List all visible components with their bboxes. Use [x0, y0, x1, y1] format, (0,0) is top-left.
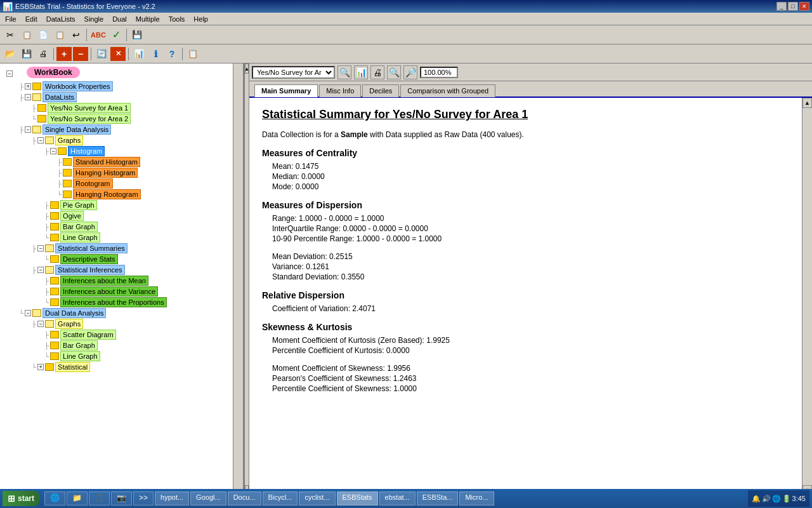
workbook-props-label[interactable]: Workbook Properties [43, 81, 113, 91]
check-button[interactable]: ✓ [108, 28, 124, 42]
save-button[interactable]: 💾 [129, 28, 145, 42]
stat-inf-expand[interactable]: − [37, 267, 44, 273]
std-histogram-label[interactable]: Standard Histogram [73, 157, 140, 167]
descriptive-stats-label[interactable]: Descriptive Stats [60, 254, 118, 264]
tab-deciles[interactable]: Deciles [362, 84, 399, 97]
dual-graphs-expand[interactable]: − [37, 321, 44, 327]
ogive-label[interactable]: Ogive [60, 211, 84, 221]
taskbar-media2[interactable]: 📷 [111, 491, 132, 505]
content-scroll-up[interactable]: ▲ [802, 98, 812, 108]
copy-button[interactable]: 📋 [19, 28, 34, 42]
zoom-in-button[interactable]: 🔍 [387, 65, 401, 79]
save2-button[interactable]: 💾 [19, 47, 34, 61]
spellcheck-button[interactable]: ABC [89, 28, 107, 42]
histogram-label[interactable]: Histogram [68, 146, 105, 156]
taskbar-cyclist[interactable]: cyclist... [299, 491, 335, 505]
taskbar-folder[interactable]: 📁 [67, 491, 88, 505]
datalists-expand[interactable]: − [25, 94, 31, 100]
taskbar-google[interactable]: Googl... [190, 491, 226, 505]
zoom-level[interactable]: 100.00% [420, 67, 458, 78]
view-button[interactable]: 📋 [185, 47, 200, 61]
info-button[interactable]: ℹ [148, 47, 163, 61]
taskbar-esbstats[interactable]: ESBStats [337, 491, 378, 505]
single-data-label[interactable]: Single Data Analysis [43, 124, 111, 135]
pie-graph-label[interactable]: Pie Graph [60, 200, 97, 210]
taskbar-media[interactable]: 🎵 [89, 491, 110, 505]
line-graph-label[interactable]: Line Graph [60, 232, 100, 243]
histogram-expand[interactable]: − [50, 148, 56, 154]
taskbar-micro[interactable]: Micro... [459, 491, 494, 505]
workbook-button[interactable]: 📊 [131, 47, 147, 61]
stat-summaries-expand[interactable]: − [37, 245, 44, 251]
start-button[interactable]: ⊞ start [3, 491, 39, 506]
stat-summaries-label[interactable]: Statistical Summaries [55, 243, 128, 253]
taskbar-docu[interactable]: Docu... [228, 491, 261, 505]
taskbar-more[interactable]: >> [133, 491, 154, 505]
statistical-label[interactable]: Statistical [55, 362, 90, 372]
print-button[interactable]: 🖨 [36, 47, 51, 61]
zoom-out-button[interactable]: 🔎 [403, 65, 417, 79]
taskbar-hypot[interactable]: hypot... [155, 491, 189, 505]
dual-data-label[interactable]: Dual Data Analysis [43, 308, 106, 318]
menu-datalists[interactable]: DataLists [43, 14, 79, 24]
filter-button[interactable]: 🔍 [337, 65, 351, 79]
close-button[interactable]: ✕ [799, 2, 809, 11]
help-button[interactable]: ? [164, 47, 180, 61]
survey1-label[interactable]: Yes/No Survey for Area 1 [48, 103, 131, 113]
inf-variance-label[interactable]: Inferences about the Variance [60, 286, 158, 297]
datalists-label[interactable]: DataLists [43, 92, 77, 102]
hanging-rootogram-label[interactable]: Hanging Rootogram [73, 189, 140, 199]
tab-misc-info[interactable]: Misc Info [319, 84, 361, 97]
minimize-button[interactable]: _ [776, 2, 787, 11]
tree-scrollbar[interactable] [233, 64, 243, 495]
print-button2[interactable]: 🖨 [370, 65, 384, 79]
dataset-dropdown[interactable]: Yes/No Survey for Ar [252, 66, 335, 79]
hanging-histogram-label[interactable]: Hanging Histogram [73, 168, 138, 178]
tab-main-summary[interactable]: Main Summary [254, 84, 318, 97]
menu-multiple[interactable]: Multiple [132, 14, 164, 24]
taskbar-ie[interactable]: 🌐 [44, 491, 65, 505]
menu-dual[interactable]: Dual [108, 14, 131, 24]
window-controls[interactable]: _ □ ✕ [776, 2, 809, 11]
stop-button[interactable]: ✕ [110, 47, 126, 61]
remove-button[interactable]: − [73, 47, 88, 61]
rootogram-label[interactable]: Rootogram [73, 178, 112, 189]
bar-graph-label[interactable]: Bar Graph [60, 222, 98, 232]
menu-file[interactable]: File [1, 14, 20, 24]
undo-button[interactable]: ↩ [69, 28, 84, 42]
taskbar-esbsta[interactable]: ESBSta... [417, 491, 459, 505]
open-button[interactable]: 📂 [3, 47, 18, 61]
taskbar-ebstat[interactable]: ebstat... [379, 491, 416, 505]
cut-button[interactable]: ✂ [3, 28, 18, 42]
scatter-diagram-label[interactable]: Scatter Diagram [60, 330, 115, 340]
graphs-expand[interactable]: − [37, 137, 44, 144]
inf-proportions-label[interactable]: Inferences about the Proportions [60, 297, 167, 307]
menu-help[interactable]: Help [190, 14, 212, 24]
dual-data-expand[interactable]: − [25, 310, 31, 316]
chart-button[interactable]: 📊 [354, 65, 368, 79]
folder-icon-hang-hist [63, 169, 72, 177]
maximize-button[interactable]: □ [788, 2, 798, 11]
menu-edit[interactable]: Edit [22, 14, 41, 24]
add-button[interactable]: + [56, 47, 72, 61]
dual-line-graph-label[interactable]: Line Graph [60, 351, 100, 361]
menu-single[interactable]: Single [81, 14, 108, 24]
taskbar-bicycle[interactable]: Bicycl... [263, 491, 298, 505]
inf-mean-label[interactable]: Inferences about the Mean [60, 276, 148, 286]
dual-graphs-label[interactable]: Graphs [55, 319, 83, 329]
tab-comparison[interactable]: Comparison with Grouped [400, 84, 495, 97]
single-data-expand[interactable]: − [25, 126, 31, 133]
statistical-inferences-label[interactable]: Statistical Inferences [55, 265, 125, 275]
workbook-expand[interactable]: − [6, 70, 13, 77]
paste-button[interactable]: 📄 [36, 28, 51, 42]
graphs-label[interactable]: Graphs [55, 135, 83, 145]
menu-tools[interactable]: Tools [165, 14, 189, 24]
scroll-up-btn[interactable]: ▲ [245, 64, 249, 74]
paste2-button[interactable]: 📋 [52, 28, 67, 42]
dual-bar-graph-label[interactable]: Bar Graph [60, 340, 98, 351]
workbook-props-expand[interactable]: + [25, 83, 31, 90]
content-scrollbar[interactable]: ▲ ▼ [802, 98, 812, 495]
refresh-button[interactable]: 🔄 [94, 47, 109, 61]
statistical-expand[interactable]: + [37, 364, 44, 370]
survey2-label[interactable]: Yes/No Survey for Area 2 [48, 114, 131, 124]
